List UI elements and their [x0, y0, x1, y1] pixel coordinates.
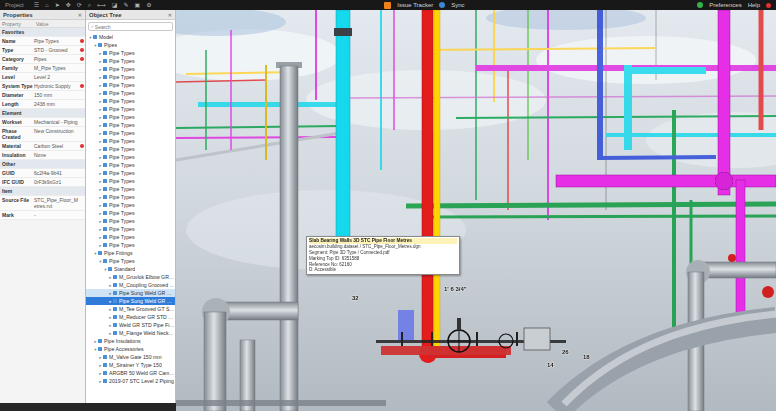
tree-item[interactable]: ▸Pipe Types: [86, 201, 175, 209]
property-row[interactable]: Diameter150 mm: [0, 91, 85, 100]
property-row[interactable]: FamilyM_Pipe Types: [0, 64, 85, 73]
tree-item[interactable]: ▸Pipe Types: [86, 121, 175, 129]
flag-icon[interactable]: [80, 84, 84, 88]
property-row[interactable]: IFC GUID0rF3k9xGz1: [0, 178, 85, 187]
tree-item[interactable]: ▸Pipe Insulations: [86, 337, 175, 345]
tree-item[interactable]: ▸M_Reducer GR STD 150x100: [86, 313, 175, 321]
flag-icon[interactable]: [80, 57, 84, 61]
tree-item[interactable]: ▸Pipe Types: [86, 105, 175, 113]
tree-item[interactable]: ▸Pipe Types: [86, 225, 175, 233]
property-name: Item: [2, 188, 34, 194]
property-row[interactable]: System TypeHydronic Supply: [0, 82, 85, 91]
property-row[interactable]: LevelLevel 2: [0, 73, 85, 82]
tree-item[interactable]: ▸Pipe Types: [86, 57, 175, 65]
help-button[interactable]: Help: [748, 0, 760, 10]
property-row[interactable]: Mark-: [0, 211, 85, 220]
tree-item[interactable]: ▾Model: [86, 33, 175, 41]
tree-item[interactable]: ▸M_Gruvlok Elbow GR 11.25 Deg: [86, 273, 175, 281]
property-row[interactable]: InsulationNone: [0, 151, 85, 160]
flag-icon[interactable]: [80, 48, 84, 52]
project-tab[interactable]: Project: [5, 2, 24, 8]
menu-icon[interactable]: ☰: [34, 0, 39, 10]
tree-item[interactable]: ▾Pipes: [86, 41, 175, 49]
tree-item[interactable]: ▸Pipe Types: [86, 185, 175, 193]
settings-icon[interactable]: ⚙: [146, 0, 151, 10]
tree-item[interactable]: ▸M_Tee Grooved GT STD 150: [86, 305, 175, 313]
tree-item[interactable]: ▸Weld GR STD Pipe Fitting 150: [86, 321, 175, 329]
property-row[interactable]: MaterialCarbon Steel: [0, 142, 85, 151]
tree-item[interactable]: ▸Pipe Sung Weld GR STD Pipe Fitting 150: [86, 297, 175, 305]
tree-item-label: Pipe Types: [109, 210, 135, 216]
record-icon[interactable]: [766, 3, 771, 8]
sync-button[interactable]: Sync: [451, 0, 464, 10]
properties-panel-title: Properties: [3, 12, 33, 18]
tree-item[interactable]: ▸Pipe Types: [86, 113, 175, 121]
select-icon[interactable]: ➤: [55, 0, 60, 10]
tree-item[interactable]: ▸Pipe Types: [86, 153, 175, 161]
property-row[interactable]: Favorites: [0, 28, 85, 37]
property-row[interactable]: GUID6c2f4a-9b41: [0, 169, 85, 178]
issue-tracker-icon[interactable]: [384, 2, 391, 9]
tree-item[interactable]: ▾Pipe Types: [86, 257, 175, 265]
property-row[interactable]: CategoryPipes: [0, 55, 85, 64]
tree-item[interactable]: ▸Pipe Types: [86, 209, 175, 217]
preferences-button[interactable]: Preferences: [709, 0, 741, 10]
tree-item[interactable]: ▸2019-07 STC Level 2 Piping: [86, 377, 175, 385]
tree-item[interactable]: ▸Pipe Types: [86, 97, 175, 105]
property-row[interactable]: Item: [0, 187, 85, 196]
section-icon[interactable]: ◪: [112, 0, 118, 10]
flag-icon[interactable]: [80, 144, 84, 148]
object-tree-panel-header[interactable]: Object Tree ✕: [86, 10, 175, 20]
tree-item[interactable]: ▸Pipe Types: [86, 177, 175, 185]
tree-item[interactable]: ▸Pipe Types: [86, 81, 175, 89]
tree-item[interactable]: ▸Pipe Types: [86, 89, 175, 97]
tree-item[interactable]: ▸Pipe Types: [86, 169, 175, 177]
pan-icon[interactable]: ✥: [66, 0, 71, 10]
property-row[interactable]: Phase CreatedNew Construction: [0, 127, 85, 142]
tree-item[interactable]: ▸Pipe Types: [86, 49, 175, 57]
property-row[interactable]: NamePipe Types: [0, 37, 85, 46]
tree-item[interactable]: ▸Pipe Types: [86, 161, 175, 169]
tree-item-label: Pipe Types: [109, 50, 135, 56]
tree-item[interactable]: ▸Pipe Types: [86, 129, 175, 137]
tree-item[interactable]: ▸M_Strainer Y Type 150: [86, 361, 175, 369]
properties-panel-header[interactable]: Properties ✕: [0, 10, 85, 20]
property-row[interactable]: TypeSTD - Grooved: [0, 46, 85, 55]
tree-item[interactable]: ▸Pipe Types: [86, 137, 175, 145]
measure-icon[interactable]: ⟷: [97, 0, 106, 10]
tree-item[interactable]: ▸Pipe Sung Weld GR STD Pipe Fitting: [86, 289, 175, 297]
tree-item[interactable]: ▸Pipe Types: [86, 73, 175, 81]
property-row[interactable]: Element: [0, 109, 85, 118]
close-icon[interactable]: ✕: [168, 12, 172, 18]
tree-item[interactable]: ▾Pipe Accessories: [86, 345, 175, 353]
object-tree-search[interactable]: ⌕: [88, 22, 173, 31]
search-input[interactable]: [95, 24, 170, 30]
zoom-icon[interactable]: ⌕: [88, 0, 91, 10]
user-avatar[interactable]: [697, 2, 703, 8]
tree-item[interactable]: ▾Pipe Fittings: [86, 249, 175, 257]
property-row[interactable]: Length2438 mm: [0, 100, 85, 109]
tree-item[interactable]: ▸M_Flange Weld Neck 150: [86, 329, 175, 337]
camera-icon[interactable]: ▣: [134, 0, 140, 10]
property-row[interactable]: WorksetMechanical - Piping: [0, 118, 85, 127]
sync-icon[interactable]: [439, 2, 445, 8]
tree-item[interactable]: ▸Pipe Types: [86, 145, 175, 153]
3d-viewport[interactable]: Slab Bearing Walls 3D STC Pipe Floor Met…: [176, 10, 776, 411]
property-row[interactable]: Source FileSTC_Pipe_Floor_Metres.rvt: [0, 196, 85, 211]
orbit-icon[interactable]: ⟳: [77, 0, 82, 10]
tree-item[interactable]: ▸Pipe Types: [86, 233, 175, 241]
tree-item[interactable]: ▸M_Valve Gate 150 mm: [86, 353, 175, 361]
tree-item[interactable]: ▸Pipe Types: [86, 193, 175, 201]
flag-icon[interactable]: [80, 39, 84, 43]
issue-tracker-button[interactable]: Issue Tracker: [397, 0, 433, 10]
tree-item[interactable]: ▸Pipe Types: [86, 217, 175, 225]
property-row[interactable]: Other: [0, 160, 85, 169]
home-icon[interactable]: ⌂: [45, 0, 49, 10]
close-icon[interactable]: ✕: [78, 12, 82, 18]
tree-item[interactable]: ▸Pipe Types: [86, 65, 175, 73]
tree-item[interactable]: ▾Standard: [86, 265, 175, 273]
markup-icon[interactable]: ✎: [123, 0, 128, 10]
tree-item[interactable]: ▸ARGBR 50 Weld GR Camera Smpl: [86, 369, 175, 377]
tree-item[interactable]: ▸M_Coupling Grooved GT STD: [86, 281, 175, 289]
tree-item[interactable]: ▸Pipe Types: [86, 241, 175, 249]
